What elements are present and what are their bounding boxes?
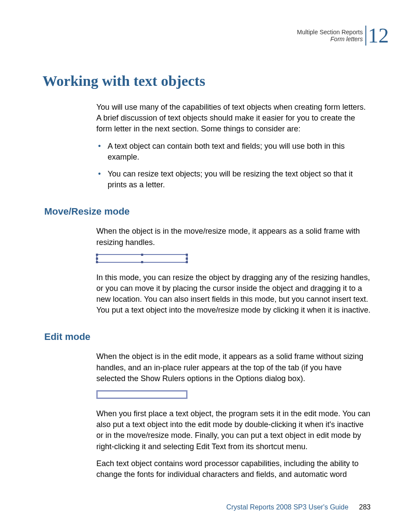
page-header: Multiple Section Reports Form letters 12 bbox=[297, 25, 389, 46]
header-chapter-title: Multiple Section Reports bbox=[297, 29, 363, 36]
resize-handle-icon bbox=[186, 261, 188, 263]
resize-handle-icon bbox=[96, 258, 98, 260]
text-object-edit-illustration bbox=[96, 390, 187, 399]
resize-handle-icon bbox=[96, 254, 98, 256]
intro-paragraph: You will use many of the capabilities of… bbox=[96, 102, 371, 135]
header-section-title: Form letters bbox=[297, 36, 363, 42]
page-footer: Crystal Reports 2008 SP3 User's Guide 28… bbox=[226, 503, 371, 511]
content-area: You will use many of the capabilities of… bbox=[96, 102, 371, 486]
section1-para1: When the object is in the move/resize mo… bbox=[96, 226, 371, 248]
main-heading: Working with text objects bbox=[43, 73, 205, 89]
resize-handle-icon bbox=[186, 254, 188, 256]
resize-handle-icon bbox=[141, 261, 143, 263]
chapter-number: 12 bbox=[368, 25, 389, 46]
resize-handle-icon bbox=[186, 258, 188, 260]
section2-para3: Each text object contains word processor… bbox=[96, 458, 371, 480]
header-divider bbox=[365, 26, 366, 46]
section2-para1: When the object is in the edit mode, it … bbox=[96, 351, 371, 384]
footer-guide-title: Crystal Reports 2008 SP3 User's Guide bbox=[226, 503, 348, 511]
subheading-move-resize: Move/Resize mode bbox=[44, 206, 371, 217]
resize-handle-icon bbox=[141, 254, 143, 256]
section1-para2: In this mode, you can resize the object … bbox=[96, 272, 371, 316]
list-item: You can resize text objects; you will be… bbox=[96, 169, 371, 190]
section2-para2: When you first place a text object, the … bbox=[96, 408, 371, 452]
resize-handle-icon bbox=[96, 261, 98, 263]
subheading-edit-mode: Edit mode bbox=[44, 331, 371, 343]
list-item: A text object can contain both text and … bbox=[96, 141, 371, 163]
text-object-resize-illustration bbox=[96, 254, 187, 263]
footer-page-number: 283 bbox=[359, 503, 371, 511]
bullet-list: A text object can contain both text and … bbox=[96, 141, 371, 191]
